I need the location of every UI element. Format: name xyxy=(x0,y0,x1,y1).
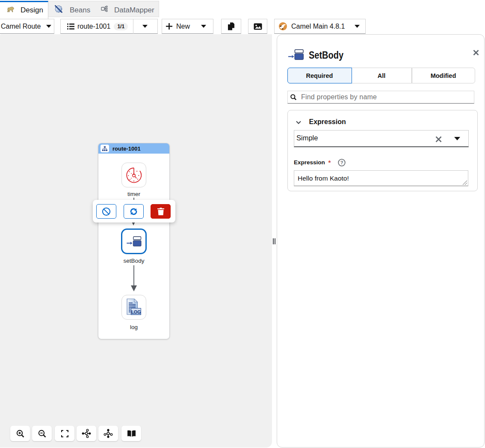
svg-text:?: ? xyxy=(340,160,343,165)
svg-text:LOG: LOG xyxy=(131,309,141,314)
